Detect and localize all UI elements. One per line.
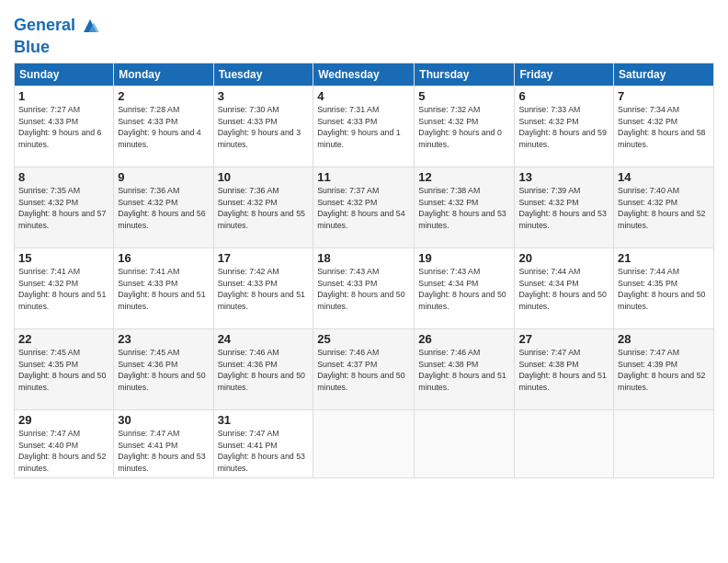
day-number: 21: [618, 251, 710, 265]
calendar-cell: 25Sunrise: 7:46 AMSunset: 4:37 PMDayligh…: [313, 328, 415, 409]
calendar-cell: 9Sunrise: 7:36 AMSunset: 4:32 PMDaylight…: [114, 167, 213, 247]
calendar-cell: [614, 409, 714, 477]
weekday-header: Thursday: [415, 63, 515, 86]
calendar-cell: 22Sunrise: 7:45 AMSunset: 4:35 PMDayligh…: [15, 328, 114, 409]
calendar-cell: 21Sunrise: 7:44 AMSunset: 4:35 PMDayligh…: [614, 247, 714, 328]
day-number: 23: [118, 332, 209, 346]
weekday-header: Wednesday: [313, 63, 415, 86]
day-number: 12: [418, 170, 510, 184]
day-info: Sunrise: 7:28 AMSunset: 4:33 PMDaylight:…: [118, 104, 209, 151]
day-number: 13: [518, 170, 609, 184]
day-number: 7: [618, 89, 710, 103]
day-info: Sunrise: 7:36 AMSunset: 4:32 PMDaylight:…: [118, 185, 209, 232]
day-number: 4: [317, 89, 410, 103]
calendar-cell: 5Sunrise: 7:32 AMSunset: 4:32 PMDaylight…: [415, 86, 515, 167]
day-info: Sunrise: 7:46 AMSunset: 4:38 PMDaylight:…: [418, 347, 510, 394]
day-number: 3: [218, 89, 310, 103]
calendar-cell: 18Sunrise: 7:43 AMSunset: 4:33 PMDayligh…: [313, 247, 415, 328]
day-info: Sunrise: 7:43 AMSunset: 4:34 PMDaylight:…: [418, 266, 510, 313]
day-info: Sunrise: 7:42 AMSunset: 4:33 PMDaylight:…: [218, 266, 310, 313]
calendar-cell: 31Sunrise: 7:47 AMSunset: 4:41 PMDayligh…: [213, 409, 313, 477]
calendar-cell: 13Sunrise: 7:39 AMSunset: 4:32 PMDayligh…: [515, 167, 614, 247]
calendar-cell: 12Sunrise: 7:38 AMSunset: 4:32 PMDayligh…: [415, 167, 515, 247]
day-number: 22: [18, 332, 109, 346]
weekday-header: Sunday: [15, 63, 114, 86]
day-info: Sunrise: 7:47 AMSunset: 4:41 PMDaylight:…: [118, 428, 209, 475]
day-info: Sunrise: 7:46 AMSunset: 4:36 PMDaylight:…: [218, 347, 310, 394]
day-info: Sunrise: 7:33 AMSunset: 4:32 PMDaylight:…: [518, 104, 609, 151]
day-number: 19: [418, 251, 510, 265]
weekday-header: Saturday: [614, 63, 714, 86]
day-number: 8: [18, 170, 109, 184]
header: General Blue: [14, 9, 714, 57]
day-number: 17: [218, 251, 310, 265]
calendar-cell: 14Sunrise: 7:40 AMSunset: 4:32 PMDayligh…: [614, 167, 714, 247]
logo-icon: [77, 13, 103, 39]
day-info: Sunrise: 7:38 AMSunset: 4:32 PMDaylight:…: [418, 185, 510, 232]
calendar-cell: 6Sunrise: 7:33 AMSunset: 4:32 PMDaylight…: [515, 86, 614, 167]
calendar-cell: 27Sunrise: 7:47 AMSunset: 4:38 PMDayligh…: [515, 328, 614, 409]
day-number: 28: [618, 332, 710, 346]
calendar-cell: 28Sunrise: 7:47 AMSunset: 4:39 PMDayligh…: [614, 328, 714, 409]
day-info: Sunrise: 7:36 AMSunset: 4:32 PMDaylight:…: [218, 185, 310, 232]
calendar-cell: [415, 409, 515, 477]
day-info: Sunrise: 7:46 AMSunset: 4:37 PMDaylight:…: [317, 347, 410, 394]
day-number: 6: [518, 89, 609, 103]
calendar-cell: 8Sunrise: 7:35 AMSunset: 4:32 PMDaylight…: [15, 167, 114, 247]
calendar-cell: 15Sunrise: 7:41 AMSunset: 4:32 PMDayligh…: [15, 247, 114, 328]
day-info: Sunrise: 7:39 AMSunset: 4:32 PMDaylight:…: [518, 185, 609, 232]
logo-text: General: [14, 17, 75, 35]
day-info: Sunrise: 7:35 AMSunset: 4:32 PMDaylight:…: [18, 185, 109, 232]
day-number: 16: [118, 251, 209, 265]
day-info: Sunrise: 7:34 AMSunset: 4:32 PMDaylight:…: [618, 104, 710, 151]
day-info: Sunrise: 7:30 AMSunset: 4:33 PMDaylight:…: [218, 104, 310, 151]
day-info: Sunrise: 7:44 AMSunset: 4:35 PMDaylight:…: [618, 266, 710, 313]
day-info: Sunrise: 7:47 AMSunset: 4:38 PMDaylight:…: [518, 347, 609, 394]
day-number: 15: [18, 251, 109, 265]
day-number: 11: [317, 170, 410, 184]
calendar-cell: 7Sunrise: 7:34 AMSunset: 4:32 PMDaylight…: [614, 86, 714, 167]
weekday-header: Monday: [114, 63, 213, 86]
day-info: Sunrise: 7:37 AMSunset: 4:32 PMDaylight:…: [317, 185, 410, 232]
calendar-cell: 30Sunrise: 7:47 AMSunset: 4:41 PMDayligh…: [114, 409, 213, 477]
calendar-cell: 29Sunrise: 7:47 AMSunset: 4:40 PMDayligh…: [15, 409, 114, 477]
day-number: 10: [218, 170, 310, 184]
day-number: 9: [118, 170, 209, 184]
day-info: Sunrise: 7:41 AMSunset: 4:32 PMDaylight:…: [18, 266, 109, 313]
day-number: 30: [118, 413, 209, 427]
day-number: 27: [518, 332, 609, 346]
day-info: Sunrise: 7:40 AMSunset: 4:32 PMDaylight:…: [618, 185, 710, 232]
day-number: 20: [518, 251, 609, 265]
weekday-header: Tuesday: [213, 63, 313, 86]
day-number: 1: [18, 89, 109, 103]
day-info: Sunrise: 7:32 AMSunset: 4:32 PMDaylight:…: [418, 104, 510, 151]
calendar-cell: 2Sunrise: 7:28 AMSunset: 4:33 PMDaylight…: [114, 86, 213, 167]
calendar-cell: 24Sunrise: 7:46 AMSunset: 4:36 PMDayligh…: [213, 328, 313, 409]
day-info: Sunrise: 7:43 AMSunset: 4:33 PMDaylight:…: [317, 266, 410, 313]
day-info: Sunrise: 7:47 AMSunset: 4:39 PMDaylight:…: [618, 347, 710, 394]
day-info: Sunrise: 7:31 AMSunset: 4:33 PMDaylight:…: [317, 104, 410, 151]
calendar-table: SundayMondayTuesdayWednesdayThursdayFrid…: [14, 63, 714, 478]
calendar-cell: 11Sunrise: 7:37 AMSunset: 4:32 PMDayligh…: [313, 167, 415, 247]
calendar-cell: 16Sunrise: 7:41 AMSunset: 4:33 PMDayligh…: [114, 247, 213, 328]
calendar-cell: 4Sunrise: 7:31 AMSunset: 4:33 PMDaylight…: [313, 86, 415, 167]
day-number: 26: [418, 332, 510, 346]
day-info: Sunrise: 7:41 AMSunset: 4:33 PMDaylight:…: [118, 266, 209, 313]
calendar-cell: 19Sunrise: 7:43 AMSunset: 4:34 PMDayligh…: [415, 247, 515, 328]
calendar-cell: 1Sunrise: 7:27 AMSunset: 4:33 PMDaylight…: [15, 86, 114, 167]
calendar-cell: 17Sunrise: 7:42 AMSunset: 4:33 PMDayligh…: [213, 247, 313, 328]
calendar-cell: [313, 409, 415, 477]
calendar-header-row: SundayMondayTuesdayWednesdayThursdayFrid…: [15, 63, 714, 86]
day-info: Sunrise: 7:45 AMSunset: 4:36 PMDaylight:…: [118, 347, 209, 394]
calendar-cell: 23Sunrise: 7:45 AMSunset: 4:36 PMDayligh…: [114, 328, 213, 409]
day-info: Sunrise: 7:47 AMSunset: 4:41 PMDaylight:…: [218, 428, 310, 475]
day-info: Sunrise: 7:44 AMSunset: 4:34 PMDaylight:…: [518, 266, 609, 313]
day-number: 29: [18, 413, 109, 427]
calendar-cell: 26Sunrise: 7:46 AMSunset: 4:38 PMDayligh…: [415, 328, 515, 409]
day-info: Sunrise: 7:45 AMSunset: 4:35 PMDaylight:…: [18, 347, 109, 394]
day-number: 14: [618, 170, 710, 184]
day-info: Sunrise: 7:47 AMSunset: 4:40 PMDaylight:…: [18, 428, 109, 475]
day-number: 24: [218, 332, 310, 346]
day-number: 31: [218, 413, 310, 427]
page-container: General Blue SundayMondayTuesdayWednesda…: [0, 0, 728, 483]
